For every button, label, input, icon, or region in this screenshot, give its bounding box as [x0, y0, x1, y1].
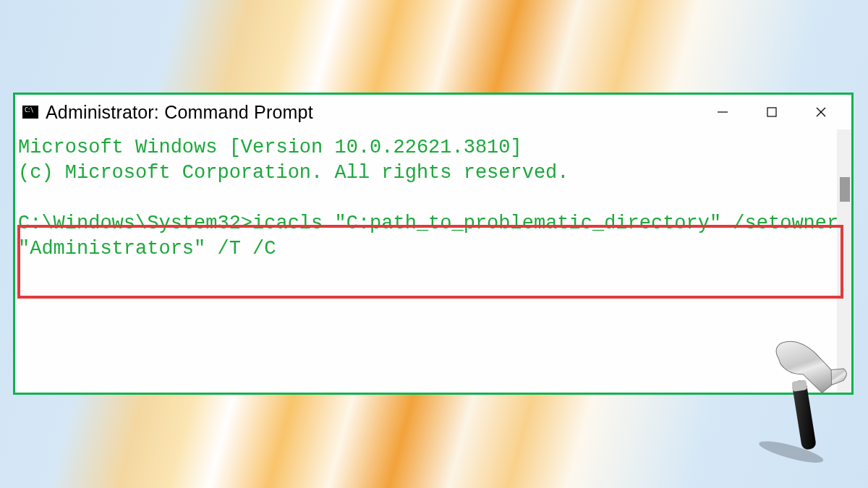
window-title: Administrator: Command Prompt	[46, 102, 313, 123]
command-prompt-window: Administrator: Command Prompt Microsoft …	[15, 95, 851, 393]
terminal-body[interactable]: Microsoft Windows [Version 10.0.22621.38…	[15, 129, 851, 393]
maximize-button[interactable]	[765, 105, 779, 119]
command-highlight-box	[17, 225, 843, 299]
minimize-button[interactable]	[715, 105, 730, 119]
scrollbar-thumb[interactable]	[840, 177, 850, 202]
screenshot-highlight-border: Administrator: Command Prompt Microsoft …	[13, 93, 854, 395]
close-button[interactable]	[814, 105, 828, 119]
banner-line-2: (c) Microsoft Corporation. All rights re…	[18, 162, 569, 184]
svg-rect-1	[767, 108, 776, 116]
banner-line-1: Microsoft Windows [Version 10.0.22621.38…	[18, 137, 522, 158]
cmd-icon	[22, 106, 38, 119]
svg-point-4	[757, 437, 825, 467]
window-controls	[715, 105, 851, 119]
titlebar[interactable]: Administrator: Command Prompt	[15, 95, 851, 129]
